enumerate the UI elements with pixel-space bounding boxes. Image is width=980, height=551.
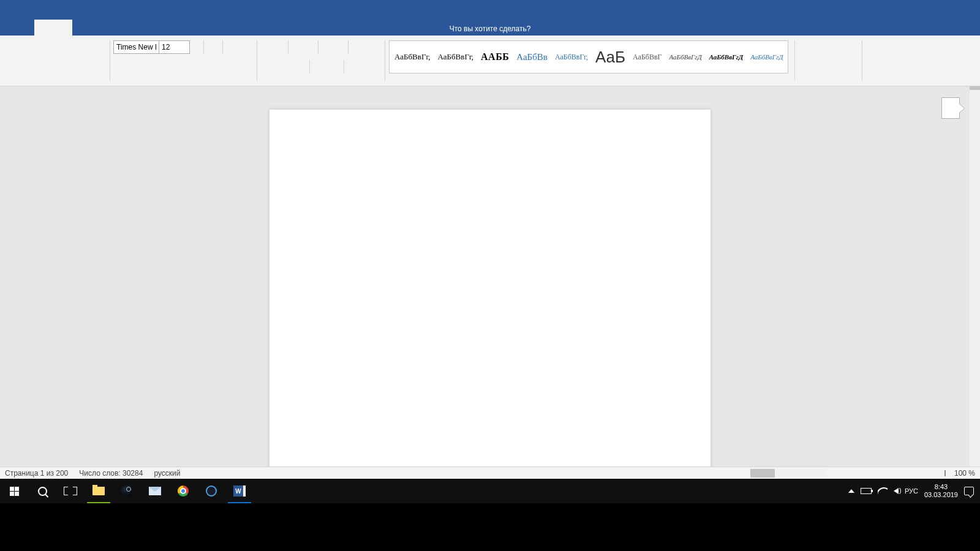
steam-icon — [121, 485, 132, 497]
style-no-spacing[interactable]: АаБбВвГг, — [438, 52, 474, 62]
taskbar-steam[interactable] — [113, 479, 141, 503]
tray-clock[interactable]: 8:43 03.03.2019 — [924, 483, 958, 499]
system-tray: РУС 8:43 03.03.2019 — [848, 483, 980, 499]
word-icon: W — [233, 485, 246, 497]
tell-me-search[interactable]: Что вы хотите сделать? — [450, 24, 531, 33]
zoom-slider[interactable] — [944, 470, 946, 476]
horizontal-scrollbar[interactable] — [750, 469, 827, 478]
ribbon-group-font — [110, 40, 257, 81]
style-intense-emphasis[interactable]: АаБбВвГгД — [750, 53, 783, 61]
styles-gallery[interactable]: АаБбВвГг, АаБбВвГг, ААББ АаБбВв АаБбВвГг… — [389, 40, 788, 73]
separator — [344, 60, 344, 73]
wifi-icon[interactable] — [878, 487, 888, 495]
windows-taskbar: W РУС 8:43 03.03.2019 — [0, 479, 980, 503]
tray-time: 8:43 — [924, 483, 958, 491]
vertical-scrollbar[interactable] — [970, 86, 980, 467]
taskbar-task-view[interactable] — [56, 479, 85, 503]
font-size-input[interactable] — [159, 40, 190, 54]
status-page[interactable]: Страница 1 из 200 — [5, 469, 68, 478]
separator — [203, 40, 204, 54]
search-icon — [38, 487, 47, 496]
style-title[interactable]: АаБ — [595, 48, 625, 67]
sound-icon[interactable] — [894, 488, 899, 494]
zoom-level[interactable]: 100 % — [954, 469, 975, 478]
ribbon: АаБбВвГг, АаБбВвГг, ААББ АаБбВв АаБбВвГг… — [0, 36, 980, 86]
status-bar: Страница 1 из 200 Число слов: 30284 русс… — [0, 467, 980, 479]
status-language[interactable]: русский — [154, 469, 180, 478]
taskbar-mail[interactable] — [141, 479, 169, 503]
start-button[interactable] — [0, 479, 28, 503]
document-area — [0, 86, 980, 467]
font-name-input[interactable] — [113, 40, 159, 54]
battery-icon[interactable] — [861, 488, 872, 494]
ribbon-group-clipboard — [0, 40, 110, 81]
taskbar-file-explorer[interactable] — [85, 479, 113, 503]
separator — [318, 40, 318, 54]
style-subtle-emphasis[interactable]: АаБбВвГгД — [669, 53, 702, 61]
horizontal-scrollbar-thumb[interactable] — [750, 469, 775, 478]
document-page[interactable] — [270, 110, 710, 467]
folder-icon — [92, 487, 105, 495]
taskbar-chrome[interactable] — [169, 479, 197, 503]
action-center-icon[interactable] — [964, 487, 974, 495]
mail-icon — [149, 487, 161, 495]
word-titlebar: Что вы хотите сделать? — [0, 0, 980, 36]
app-icon — [206, 485, 217, 497]
vertical-scrollbar-thumb[interactable] — [970, 86, 980, 90]
taskbar-search[interactable] — [28, 479, 56, 503]
style-subtitle[interactable]: АаБбВвГ — [633, 53, 662, 62]
chrome-icon — [178, 485, 189, 497]
ribbon-group-editing — [795, 40, 862, 81]
status-word-count[interactable]: Число слов: 30284 — [79, 469, 143, 478]
style-heading1[interactable]: ААББ — [481, 51, 509, 62]
separator — [288, 40, 288, 54]
tray-date: 03.03.2019 — [924, 491, 958, 499]
style-heading2[interactable]: АаБбВв — [516, 52, 548, 62]
task-view-icon — [64, 487, 77, 495]
tray-ime[interactable]: РУС — [905, 487, 918, 495]
windows-logo-icon — [10, 487, 19, 496]
style-normal[interactable]: АаБбВвГг, — [394, 52, 431, 62]
ribbon-group-paragraph — [257, 40, 385, 81]
style-emphasis[interactable]: АаБбВвГгД — [709, 53, 744, 61]
separator — [348, 40, 349, 54]
separator — [222, 40, 223, 54]
ribbon-tab-home[interactable] — [34, 20, 72, 36]
separator — [309, 60, 310, 73]
taskbar-app[interactable] — [197, 479, 225, 503]
ribbon-group-styles: АаБбВвГг, АаБбВвГг, ААББ АаБбВв АаБбВвГг… — [385, 40, 795, 81]
navigation-tag[interactable] — [941, 97, 960, 119]
tray-overflow-icon[interactable] — [848, 489, 854, 493]
taskbar-word[interactable]: W — [225, 479, 254, 503]
style-heading3[interactable]: АаБбВвГг, — [555, 53, 588, 62]
